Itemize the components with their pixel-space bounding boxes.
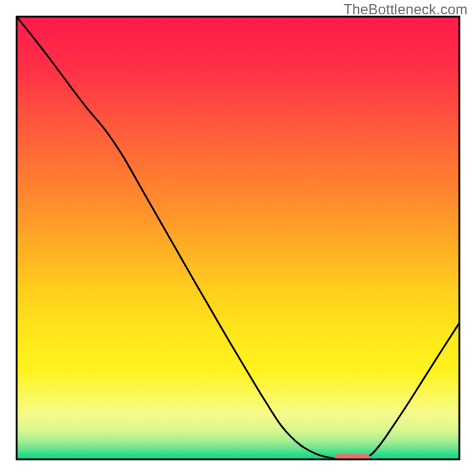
- chart-container: TheBottleneck.com: [0, 0, 476, 476]
- chart-svg: [0, 0, 476, 476]
- watermark-text: TheBottleneck.com: [343, 1, 468, 18]
- plot-background: [17, 17, 459, 459]
